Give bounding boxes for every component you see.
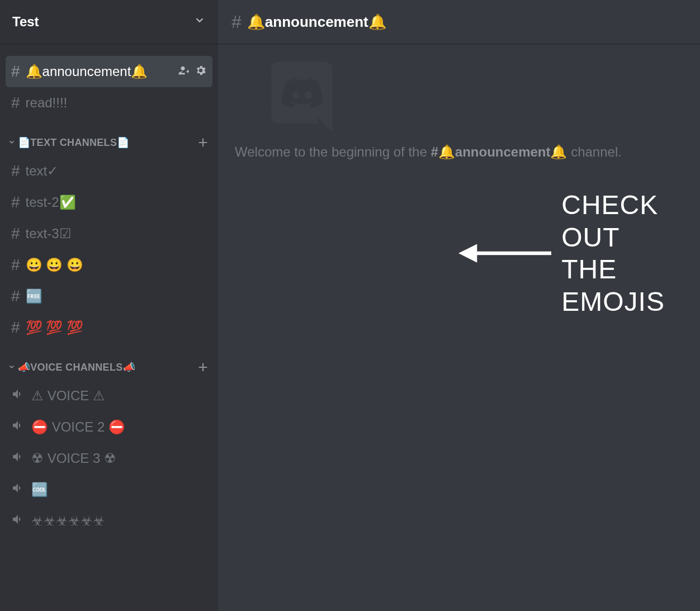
chevron-down-icon <box>8 363 16 372</box>
welcome-hash: # <box>431 144 438 159</box>
channel-label: text-3☑ <box>26 226 207 241</box>
channel-smileys[interactable]: # 😀 😀 😀 <box>6 249 212 281</box>
category-header-text[interactable]: 📄TEXT CHANNELS📄 + <box>6 134 212 155</box>
channel-text[interactable]: # text✓ <box>6 155 212 187</box>
annotation-text: CHECK OUT THE EMOJIS <box>561 189 700 318</box>
hash-icon: # <box>11 225 20 243</box>
welcome-text: Welcome to the beginning of the #🔔announ… <box>235 144 671 160</box>
hash-icon: # <box>11 319 20 337</box>
channel-list: # 🔔announcement🔔 # read!!!! <box>0 44 218 611</box>
arrow-left-icon <box>458 236 551 270</box>
category-header-voice[interactable]: 📣VOICE CHANNELS📣 + <box>6 359 212 380</box>
voice-channel-cool[interactable]: 🆒 <box>6 474 212 505</box>
text-category-block: 📄TEXT CHANNELS📄 + # text✓ # test-2✅ # te… <box>0 134 218 359</box>
channel-label: read!!!! <box>26 95 207 111</box>
hash-icon: # <box>11 193 20 211</box>
voice-channel-biohazard[interactable]: ☣☣☣☣☣☣ <box>6 505 212 537</box>
voice-channel-2[interactable]: ⛔ VOICE 2 ⛔ <box>6 411 212 443</box>
category-label: 📣VOICE CHANNELS📣 <box>18 361 196 373</box>
channel-label: ⛔ VOICE 2 ⛔ <box>31 419 207 435</box>
channel-actions <box>177 64 207 79</box>
welcome-channel-name: 🔔announcement🔔 <box>438 144 567 159</box>
annotation-line1: CHECK OUT <box>561 189 700 253</box>
channel-sidebar: Test # 🔔announcement🔔 # rea <box>0 0 218 611</box>
speaker-icon <box>11 450 25 467</box>
voice-channel-1[interactable]: ⚠ VOICE ⚠ <box>6 380 212 411</box>
channel-label: ☢ VOICE 3 ☢ <box>31 451 207 466</box>
hash-icon: # <box>11 94 20 112</box>
channel-test-2[interactable]: # test-2✅ <box>6 187 212 218</box>
speaker-icon <box>11 387 25 404</box>
channel-read[interactable]: # read!!!! <box>6 87 212 119</box>
category-label: 📄TEXT CHANNELS📄 <box>18 136 196 149</box>
server-header[interactable]: Test <box>0 0 218 44</box>
speaker-icon <box>11 481 25 498</box>
speaker-icon <box>11 419 25 435</box>
channel-label: 😀 😀 😀 <box>26 257 207 273</box>
hash-icon: # <box>231 12 242 32</box>
channel-header: # 🔔announcement🔔 <box>218 0 700 44</box>
hash-icon: # <box>11 287 20 305</box>
channel-label: 🔔announcement🔔 <box>26 64 172 79</box>
welcome-block: Welcome to the beginning of the #🔔announ… <box>235 55 671 160</box>
speaker-icon <box>11 513 25 529</box>
chevron-down-icon <box>8 138 16 148</box>
hash-icon: # <box>11 256 20 274</box>
channel-label: ☣☣☣☣☣☣ <box>31 513 207 529</box>
voice-channel-3[interactable]: ☢ VOICE 3 ☢ <box>6 443 212 474</box>
pinned-channels: # 🔔announcement🔔 # read!!!! <box>0 56 218 134</box>
channel-label: ⚠ VOICE ⚠ <box>31 388 207 404</box>
hash-icon: # <box>11 162 20 180</box>
channel-text-3[interactable]: # text-3☑ <box>6 218 212 249</box>
chevron-down-icon <box>193 14 206 30</box>
svg-marker-1 <box>458 244 477 263</box>
annotation-line2: THE EMOJIS <box>561 253 700 318</box>
channel-free[interactable]: # 🆓 <box>6 281 212 312</box>
channel-label: 🆓 <box>26 288 207 304</box>
hash-icon: # <box>11 63 20 80</box>
welcome-prefix: Welcome to the beginning of the <box>235 144 431 159</box>
annotation-overlay: CHECK OUT THE EMOJIS <box>458 189 700 318</box>
channel-label: test-2✅ <box>26 195 207 210</box>
server-name: Test <box>12 14 39 30</box>
channel-label: 💯 💯 💯 <box>26 320 207 335</box>
channel-announcement[interactable]: # 🔔announcement🔔 <box>6 56 212 87</box>
voice-category-block: 📣VOICE CHANNELS📣 + ⚠ VOICE ⚠ ⛔ VOICE 2 ⛔ <box>0 359 218 552</box>
messages-area[interactable]: Welcome to the beginning of the #🔔announ… <box>218 44 700 611</box>
channel-label: 🆒 <box>31 482 207 498</box>
gear-icon[interactable] <box>195 64 207 79</box>
invite-icon[interactable] <box>177 64 189 79</box>
main-content: # 🔔announcement🔔 Welcome to the beginnin… <box>218 0 700 611</box>
channel-label: text✓ <box>26 163 207 179</box>
add-channel-icon[interactable]: + <box>198 134 208 151</box>
channel-title: 🔔announcement🔔 <box>247 13 386 31</box>
add-channel-icon[interactable]: + <box>198 359 208 376</box>
welcome-suffix: channel. <box>567 144 622 159</box>
channel-hundred[interactable]: # 💯 💯 💯 <box>6 312 212 343</box>
discord-logo-icon <box>235 55 369 139</box>
